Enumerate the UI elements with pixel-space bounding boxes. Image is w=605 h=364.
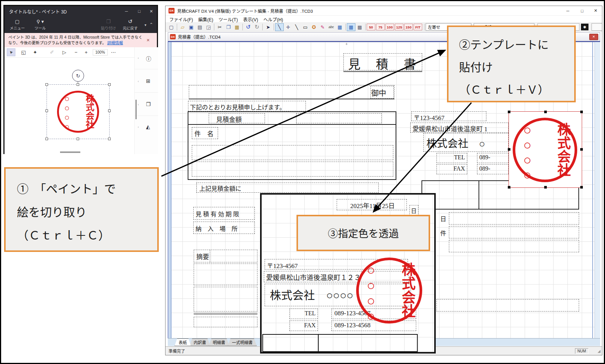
menu-help[interactable]: ヘルプ(H): [263, 16, 283, 22]
paint3d-minimize-button[interactable]: ─: [120, 9, 133, 13]
zoom-125-button[interactable]: 125: [395, 24, 403, 30]
canvas-icon[interactable]: ▷: [60, 48, 69, 56]
tab-hyoshi[interactable]: 表紙: [175, 339, 191, 346]
annotation-step2: ②テンプレートに 貼付け （Ｃｔｒｌ＋Ｖ）: [447, 25, 576, 102]
annotation-step3: ③指定色を透過: [296, 215, 430, 251]
tab-meisaisho[interactable]: 明細書: [209, 339, 229, 346]
app-icon: DX: [169, 8, 175, 13]
menu-file[interactable]: ファイル(F): [169, 16, 193, 22]
paste-button[interactable]: ❐ 貼り付け: [101, 19, 116, 31]
flip-panel-icon[interactable]: ◭: [146, 124, 150, 130]
panel-scrollbar[interactable]: [135, 100, 137, 119]
rect-tool-icon[interactable]: ▭: [301, 23, 310, 31]
rotate-handle[interactable]: ↻: [72, 70, 84, 82]
grid-icon[interactable]: ▩: [355, 23, 364, 31]
grid-panel-icon[interactable]: ⊞: [146, 78, 150, 84]
transparent-company-stamp[interactable]: ○○○○ 株式会社: [356, 258, 422, 324]
app-title: 見積CRAFT DX V4 (体験版) テンプレート編集 - 見積書（提出）.T…: [177, 8, 313, 14]
tab-isshiki-meisaisho[interactable]: 一式明細書: [228, 339, 257, 346]
paint3d-close-button[interactable]: ✕: [146, 9, 157, 14]
zoom-100-button[interactable]: 100: [385, 24, 394, 30]
company-stamp[interactable]: ○○○○ 株式会社: [57, 91, 99, 133]
select-tool-icon[interactable]: ➤: [7, 48, 15, 56]
doc-title: 見積書（提出）.TCD4: [178, 34, 221, 40]
zoom-out-icon[interactable]: −: [72, 48, 80, 56]
text-tool-icon[interactable]: abc: [327, 23, 336, 31]
info-icon[interactable]: ⓘ: [146, 55, 151, 62]
zoom-fit-button[interactable]: FIT: [414, 24, 422, 30]
undo-button[interactable]: ↺ 元に戻す: [123, 18, 138, 31]
new-icon[interactable]: ▢: [167, 23, 176, 31]
notification-link[interactable]: 詳細情報: [107, 40, 123, 45]
collapse-ribbon-icon[interactable]: ⌃: [149, 22, 153, 27]
inset-postal-text: 〒123-4567: [267, 261, 298, 270]
doc-close-button[interactable]: ✕: [589, 34, 598, 40]
cut-icon[interactable]: ✂: [215, 23, 224, 31]
grid-on-icon[interactable]: ▦: [347, 23, 355, 31]
app-minimize-button[interactable]: ─: [561, 9, 575, 13]
panel-expand-icon[interactable]: ‹: [138, 103, 139, 106]
paint3d-window: タイトルなし* - ペイント 3D ─ □ ✕ ▢ メニュー ⚲ ▾ ツール ❐…: [3, 5, 158, 154]
zoom-50-button[interactable]: 50: [367, 24, 375, 30]
date-text: 2025年11月25日: [340, 201, 405, 210]
panel-expand-icon[interactable]: ‹: [138, 56, 139, 60]
zoom-75-button[interactable]: 75: [376, 24, 385, 30]
open-icon[interactable]: ▱: [178, 23, 187, 31]
zoom-level[interactable]: 100%: [93, 49, 108, 55]
paint3d-side-panel: ‹ ⓘ ‹ ⊞ ‹ ❐ ‹ ◭: [134, 47, 158, 154]
tab-uchiwakesho[interactable]: 内訳書: [190, 339, 210, 346]
paint3d-maximize-button[interactable]: □: [133, 9, 146, 13]
app-titlebar[interactable]: DX 見積CRAFT DX V4 (体験版) テンプレート編集 - 見積書（提出…: [166, 6, 602, 16]
tools-button[interactable]: ⚲ ▾ ツール: [35, 19, 46, 31]
crop-tool-icon[interactable]: ◱: [19, 48, 28, 56]
tools-icon: ⚲ ▾: [35, 19, 46, 24]
inset-bottom-table: [262, 334, 418, 352]
menu-tools[interactable]: ツール(T): [218, 16, 238, 22]
panel-expand-icon[interactable]: ‹: [138, 79, 139, 83]
inset-fax-label-text: FAX: [289, 322, 316, 329]
zoom-150-button[interactable]: 150: [404, 24, 413, 30]
undo-icon[interactable]: ↺: [244, 23, 253, 31]
history-dropdown-icon[interactable]: ▾: [144, 23, 146, 27]
resize-grip[interactable]: ◢: [597, 349, 600, 353]
pen-icon[interactable]: ✎: [318, 23, 327, 31]
redo-icon[interactable]: ↻: [253, 23, 261, 31]
doc-icon: DX: [170, 34, 176, 39]
copy-panel-icon[interactable]: ❐: [146, 101, 151, 107]
panel-expand-icon[interactable]: ‹: [138, 125, 139, 129]
doc-vscrollbar[interactable]: [594, 42, 600, 338]
color-button[interactable]: ✱: [581, 24, 588, 30]
diagonal-line-icon[interactable]: ╲: [292, 23, 301, 31]
menu-button[interactable]: ▢ メニュー: [10, 19, 25, 31]
menu-view[interactable]: 表示(V): [243, 16, 258, 22]
move-tool-icon[interactable]: ✛: [284, 23, 292, 31]
line-tool-icon[interactable]: ╲: [275, 23, 284, 31]
table-icon[interactable]: ▦: [336, 23, 344, 31]
save-icon[interactable]: ▣: [187, 23, 196, 31]
zoom-in-icon[interactable]: +: [82, 48, 90, 56]
undo-icon: ↺: [123, 18, 138, 24]
preview-icon[interactable]: ◲: [204, 23, 213, 31]
inset-tel-label-text: TEL: [289, 310, 316, 317]
menu-edit[interactable]: 編集(E): [198, 16, 213, 22]
paste-icon[interactable]: ▦: [233, 23, 241, 31]
paint3d-titlebar[interactable]: タイトルなし* - ペイント 3D ─ □ ✕: [5, 6, 157, 16]
pasted-stamp-image[interactable]: ○○○○ 株式会社: [509, 111, 582, 188]
app-maximize-button[interactable]: □: [575, 9, 589, 13]
app-close-button[interactable]: ✕: [589, 8, 602, 13]
notification-close-icon[interactable]: ✕: [146, 38, 150, 43]
paint3d-canvas[interactable]: ↻ ○○○○ 株式会社: [5, 58, 134, 154]
paint3d-ribbon: ▢ メニュー ⚲ ▾ ツール ❐ 貼り付け ↺ 元に戻す ▾ ⌃: [5, 16, 157, 33]
menu-icon: ▢: [10, 19, 25, 24]
annotation-step1: ① 「ペイント」で 絵を切り取り （Ｃｔｒｌ＋Ｃ）: [4, 167, 159, 252]
paint3d-notification: ペイント 3D は、2024 年 11 月 4 日以降、Microsoft St…: [5, 33, 157, 47]
pointer-tool-icon[interactable]: ➤: [264, 23, 272, 31]
print-icon[interactable]: ▤: [196, 23, 204, 31]
fill-field[interactable]: [591, 23, 602, 31]
magic-select-icon[interactable]: ✦: [31, 48, 39, 56]
more-options-icon[interactable]: ⋯: [109, 48, 118, 56]
copy-icon[interactable]: ❐: [224, 23, 233, 31]
palette-icon[interactable]: ✪: [310, 23, 318, 31]
brush-icon[interactable]: ✐: [48, 48, 56, 56]
canvas-scrollbar[interactable]: [60, 151, 80, 153]
